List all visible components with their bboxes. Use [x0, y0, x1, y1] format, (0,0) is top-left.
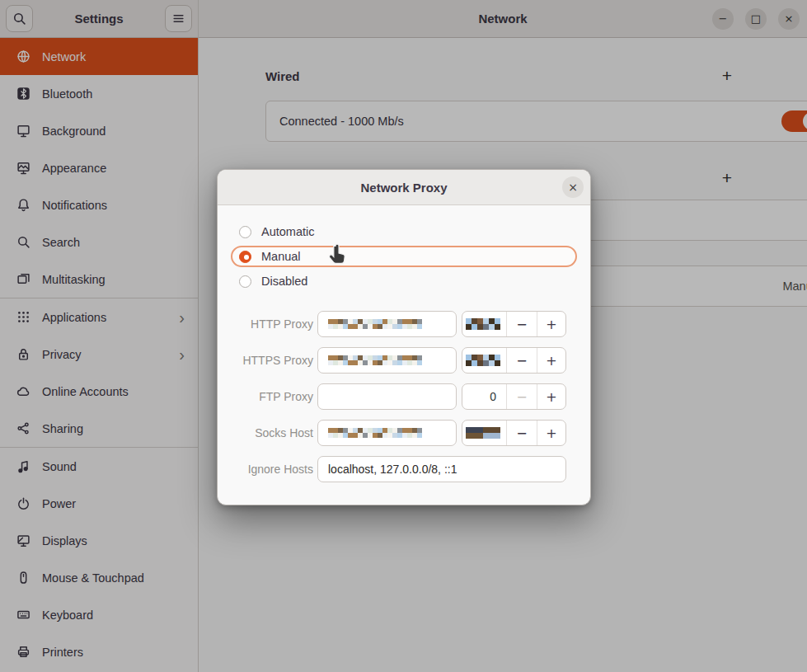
spin-minus-button[interactable]: −	[506, 348, 537, 373]
http-proxy-port-spinner: −+	[462, 311, 566, 337]
dialog-close-button[interactable]: ×	[562, 176, 584, 198]
spin-minus-button[interactable]: −	[506, 384, 537, 409]
spin-plus-button[interactable]: +	[537, 312, 565, 336]
ignore-hosts-input[interactable]: localhost, 127.0.0.0/8, ::1	[317, 456, 566, 482]
redacted-pixelated-value	[466, 355, 500, 366]
field-label: HTTP Proxy	[231, 311, 313, 337]
field-row-ftp-proxy: FTP Proxy0−+	[231, 383, 577, 410]
field-label: FTP Proxy	[231, 383, 313, 410]
ftp-proxy-input[interactable]	[317, 383, 457, 410]
socks-host-port-spinner: −+	[462, 420, 566, 446]
dialog-body: AutomaticManualDisabled HTTP Proxy−+HTTP…	[218, 205, 590, 505]
field-label: HTTPS Proxy	[231, 347, 313, 374]
radio-disabled[interactable]	[239, 275, 251, 288]
port-value[interactable]	[462, 312, 506, 336]
spin-plus-button[interactable]: +	[537, 421, 565, 445]
dialog-title: Network Proxy	[218, 181, 590, 195]
proxy-mode-label: Manual	[261, 250, 301, 263]
network-proxy-dialog: Network Proxy × AutomaticManualDisabled …	[217, 169, 591, 505]
dialog-headerbar: Network Proxy ×	[218, 170, 590, 205]
https-proxy-input[interactable]	[317, 347, 457, 374]
proxy-mode-label: Automatic	[261, 225, 314, 238]
proxy-mode-manual[interactable]: Manual	[231, 246, 577, 267]
redacted-pixelated-value	[328, 319, 422, 329]
spin-plus-button[interactable]: +	[537, 348, 565, 373]
field-label: Ignore Hosts	[231, 456, 313, 482]
spin-plus-button[interactable]: +	[537, 384, 565, 409]
redacted-pixelated-value	[466, 427, 500, 439]
redacted-pixelated-value	[328, 428, 422, 438]
spin-minus-button[interactable]: −	[506, 421, 537, 445]
port-value[interactable]: 0	[462, 384, 506, 409]
spin-minus-button[interactable]: −	[506, 312, 537, 336]
http-proxy-input[interactable]	[317, 311, 457, 337]
field-row-ignore-hosts: Ignore Hostslocalhost, 127.0.0.0/8, ::1	[231, 456, 577, 482]
socks-host-input[interactable]	[317, 420, 457, 446]
proxy-mode-disabled[interactable]: Disabled	[231, 270, 577, 292]
https-proxy-port-spinner: −+	[462, 347, 566, 374]
field-label: Socks Host	[231, 420, 313, 446]
field-row-socks-host: Socks Host−+	[231, 420, 577, 446]
radio-manual-checked[interactable]	[239, 251, 251, 263]
field-row-https-proxy: HTTPS Proxy−+	[231, 347, 577, 374]
port-value[interactable]	[462, 348, 506, 373]
port-value[interactable]	[462, 421, 506, 445]
close-icon: ×	[568, 181, 578, 194]
proxy-mode-label: Disabled	[261, 275, 307, 288]
radio-automatic[interactable]	[239, 226, 251, 238]
proxy-mode-automatic[interactable]: Automatic	[231, 221, 577, 242]
input-value: localhost, 127.0.0.0/8, ::1	[328, 463, 457, 476]
field-row-http-proxy: HTTP Proxy−+	[231, 311, 577, 337]
redacted-pixelated-value	[328, 355, 422, 365]
ftp-proxy-port-spinner: 0−+	[462, 383, 566, 410]
redacted-pixelated-value	[466, 318, 500, 330]
